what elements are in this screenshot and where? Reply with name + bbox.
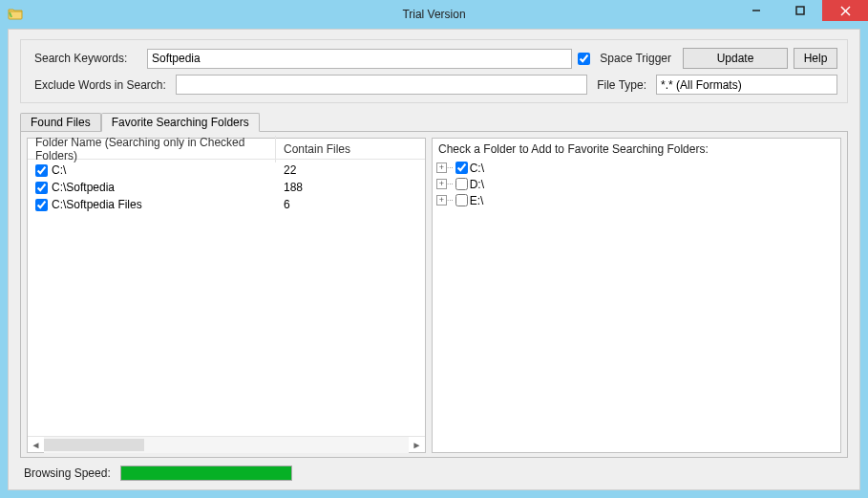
progress-fill: [121, 466, 291, 480]
file-type-input[interactable]: [656, 75, 837, 95]
row-path: C:\Softpedia Files: [52, 198, 142, 211]
row-path: C:\: [52, 163, 66, 177]
tree-connector-icon: ···: [447, 180, 454, 188]
tab-content: Folder Name (Searching only in Checked F…: [20, 131, 848, 458]
tree-node[interactable]: +··· E:\: [436, 192, 836, 208]
titlebar[interactable]: Trial Version: [0, 0, 868, 29]
svg-rect-1: [796, 7, 804, 14]
row-count: 22: [276, 163, 296, 177]
close-button[interactable]: [822, 0, 868, 21]
scroll-left-icon[interactable]: ◄: [28, 437, 44, 453]
exclude-words-label: Exclude Words in Search:: [31, 78, 170, 92]
space-trigger-checkbox[interactable]: [578, 53, 590, 65]
minimize-button[interactable]: [734, 0, 778, 21]
table-row[interactable]: C:\Softpedia Files 6: [28, 196, 425, 213]
tree-label: E:\: [470, 194, 484, 207]
space-trigger-label: Space Trigger: [596, 52, 677, 65]
expand-icon[interactable]: +: [436, 195, 447, 206]
tree-connector-icon: ···: [447, 163, 454, 172]
table-row[interactable]: C:\Softpedia 188: [28, 179, 425, 196]
help-button[interactable]: Help: [794, 48, 837, 69]
browsing-speed-progress: [120, 466, 292, 481]
app-folder-icon: [8, 6, 23, 24]
folder-list-rows: C:\ 22 C:\Softpedia 188 C:\Softpedia Fil…: [28, 160, 425, 436]
tree-node[interactable]: +··· C:\: [436, 160, 836, 176]
tree-checkbox[interactable]: [455, 194, 468, 206]
search-keywords-input[interactable]: [147, 49, 572, 69]
update-button[interactable]: Update: [683, 48, 788, 69]
maximize-button[interactable]: [778, 0, 822, 21]
folder-tree: +··· C:\ +··· D:\ +··· E:\: [433, 160, 840, 452]
tabs: Found Files Favorite Searching Folders: [20, 111, 859, 131]
scroll-track[interactable]: [44, 437, 409, 453]
expand-icon[interactable]: +: [436, 179, 447, 189]
tree-node[interactable]: +··· D:\: [436, 176, 836, 192]
window-body: Search Keywords: Space Trigger Update He…: [8, 29, 860, 490]
row-checkbox[interactable]: [35, 199, 48, 211]
col-contain-files[interactable]: Contain Files: [276, 142, 350, 156]
search-keywords-label: Search Keywords:: [31, 52, 141, 65]
row-checkbox[interactable]: [35, 164, 48, 177]
tree-connector-icon: ···: [447, 196, 454, 205]
folder-tree-pane: Check a Folder to Add to Favorite Search…: [432, 138, 841, 453]
row-count: 188: [276, 181, 303, 194]
tree-checkbox[interactable]: [455, 178, 468, 190]
tree-checkbox[interactable]: [455, 162, 468, 174]
folder-list-header: Folder Name (Searching only in Checked F…: [28, 139, 425, 160]
scroll-right-icon[interactable]: ►: [409, 437, 425, 453]
table-row[interactable]: C:\ 22: [28, 162, 425, 179]
scroll-thumb[interactable]: [44, 439, 144, 451]
exclude-words-input[interactable]: [176, 75, 587, 95]
tab-favorite-folders[interactable]: Favorite Searching Folders: [101, 113, 260, 132]
horizontal-scrollbar[interactable]: ◄ ►: [28, 436, 425, 452]
tab-found-files[interactable]: Found Files: [20, 113, 101, 131]
tree-label: C:\: [470, 162, 484, 175]
tree-label: D:\: [470, 178, 484, 191]
window-controls: [734, 0, 868, 21]
folder-list-pane: Folder Name (Searching only in Checked F…: [27, 138, 426, 453]
row-path: C:\Softpedia: [52, 181, 115, 194]
row-count: 6: [276, 198, 290, 211]
file-type-label: File Type:: [593, 78, 650, 92]
row-checkbox[interactable]: [35, 182, 48, 194]
expand-icon[interactable]: +: [436, 162, 447, 173]
search-panel: Search Keywords: Space Trigger Update He…: [20, 39, 848, 103]
col-folder-name[interactable]: Folder Name (Searching only in Checked F…: [28, 136, 276, 162]
folder-tree-header: Check a Folder to Add to Favorite Search…: [433, 139, 840, 160]
browsing-speed-label: Browsing Speed:: [20, 466, 115, 480]
status-row: Browsing Speed:: [20, 466, 848, 481]
